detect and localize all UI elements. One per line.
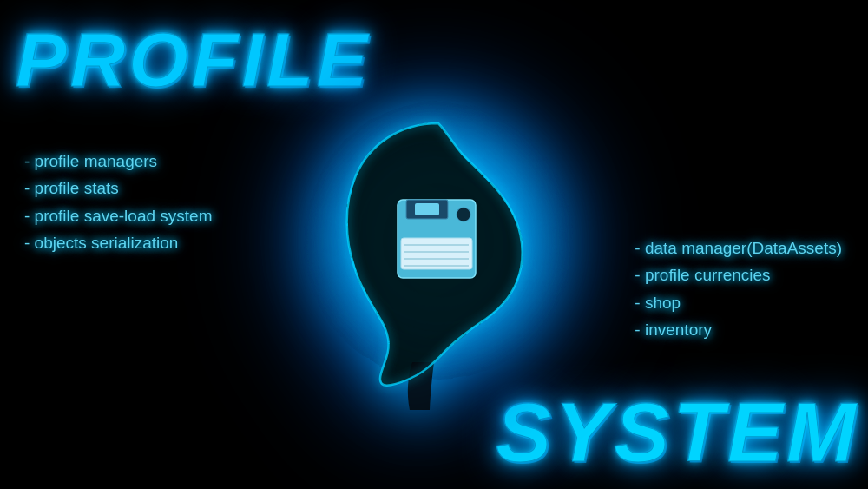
list-item: - objects serialization xyxy=(24,229,212,256)
left-feature-list: - profile managers - profile stats - pro… xyxy=(24,148,212,256)
svg-point-9 xyxy=(457,208,470,221)
head-silhouette-svg xyxy=(278,71,590,419)
main-container: PROFILE SYSTEM - profile managers - prof… xyxy=(0,0,868,489)
center-illustration xyxy=(278,71,590,419)
list-item: - profile save-load system xyxy=(24,202,212,229)
list-item: - inventory xyxy=(635,316,842,343)
list-item: - profile currencies xyxy=(635,261,842,288)
svg-rect-4 xyxy=(401,238,472,269)
right-feature-list: - data manager(DataAssets) - profile cur… xyxy=(635,235,842,343)
list-item: - profile stats xyxy=(24,175,212,202)
svg-rect-3 xyxy=(415,203,439,215)
list-item: - shop xyxy=(635,289,842,316)
list-item: - profile managers xyxy=(24,148,212,175)
list-item: - data manager(DataAssets) xyxy=(635,235,842,261)
